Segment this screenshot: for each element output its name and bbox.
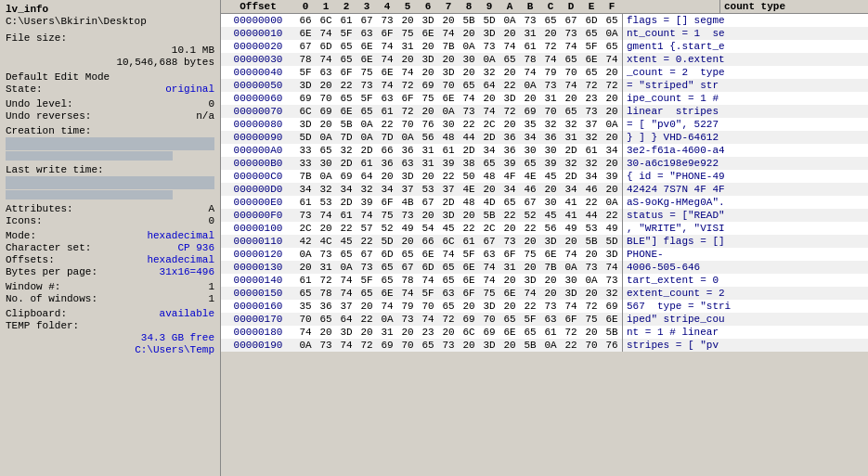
hex-byte[interactable]: 0A (602, 196, 622, 209)
hex-byte[interactable]: 32 (540, 118, 561, 131)
hex-byte[interactable]: 61 (377, 105, 397, 118)
hex-byte[interactable]: 30 (520, 144, 540, 157)
hex-byte[interactable]: 63 (377, 92, 397, 105)
hex-byte[interactable]: 3D (295, 79, 316, 92)
hex-byte[interactable]: 20 (459, 339, 479, 352)
hex-byte[interactable]: 78 (295, 53, 316, 66)
hex-byte[interactable]: 32 (479, 66, 499, 79)
hex-byte[interactable]: 34 (499, 183, 520, 196)
hex-byte[interactable]: 30 (316, 157, 336, 170)
hex-byte[interactable]: 22 (336, 222, 356, 235)
hex-byte[interactable]: 35 (520, 118, 540, 131)
hex-byte[interactable]: 6C (316, 14, 336, 27)
hex-byte[interactable]: 36 (540, 131, 561, 144)
hex-byte[interactable]: 61 (438, 144, 459, 157)
hex-byte[interactable]: 0A (602, 27, 622, 40)
hex-byte[interactable]: 74 (336, 287, 356, 300)
hex-byte[interactable]: 6E (438, 92, 459, 105)
hex-byte[interactable]: 20 (499, 339, 520, 352)
hex-byte[interactable]: 75 (377, 209, 397, 222)
hex-byte[interactable]: 32 (581, 157, 602, 170)
hex-byte[interactable]: 34 (581, 170, 602, 183)
hex-byte[interactable]: 65 (356, 287, 377, 300)
hex-byte[interactable]: 6C (438, 235, 459, 248)
hex-byte[interactable]: 74 (602, 53, 622, 66)
hex-byte[interactable]: 74 (377, 79, 397, 92)
hex-byte[interactable]: 20 (520, 235, 540, 248)
hex-byte[interactable]: 30 (540, 144, 561, 157)
hex-row[interactable]: 000001002C20225752495445222C202256495349… (221, 222, 868, 235)
hex-byte[interactable]: 5B (336, 118, 356, 131)
hex-byte[interactable]: 31 (520, 27, 540, 40)
hex-byte[interactable]: 0A (316, 131, 336, 144)
hex-byte[interactable]: 7B (540, 261, 561, 274)
hex-byte[interactable]: 6E (459, 274, 479, 287)
hex-byte[interactable]: 0A (581, 274, 602, 287)
hex-byte[interactable]: 20 (520, 92, 540, 105)
hex-byte[interactable]: 74 (561, 79, 581, 92)
hex-byte[interactable]: 65 (418, 339, 438, 352)
hex-row[interactable]: 000000307874656E74203D20300A657874656E74… (221, 53, 868, 66)
hex-byte[interactable]: 52 (520, 209, 540, 222)
hex-byte[interactable]: 20 (479, 183, 499, 196)
hex-row[interactable]: 000000A03365322D663631612D343630302D6134… (221, 144, 868, 157)
hex-byte[interactable]: 0A (336, 261, 356, 274)
hex-byte[interactable]: 3D (438, 66, 459, 79)
hex-byte[interactable]: 20 (397, 53, 418, 66)
hex-byte[interactable]: 50 (459, 170, 479, 183)
hex-byte[interactable]: 65 (356, 105, 377, 118)
hex-byte[interactable]: 69 (520, 105, 540, 118)
hex-byte[interactable]: 6F (397, 92, 418, 105)
hex-byte[interactable]: 34 (602, 144, 622, 157)
hex-byte[interactable]: 61 (336, 209, 356, 222)
hex-byte[interactable]: 53 (581, 222, 602, 235)
hex-byte[interactable]: 54 (418, 222, 438, 235)
hex-byte[interactable]: 72 (602, 79, 622, 92)
hex-byte[interactable]: 6C (459, 326, 479, 339)
hex-rows[interactable]: 00000000666C616773203D205B5D0A7365676D65… (221, 14, 868, 476)
hex-byte[interactable]: 65 (602, 14, 622, 27)
hex-byte[interactable]: 5F (459, 248, 479, 261)
hex-byte[interactable]: 45 (540, 209, 561, 222)
hex-byte[interactable]: 6E (499, 287, 520, 300)
hex-byte[interactable]: 75 (520, 248, 540, 261)
hex-byte[interactable]: 20 (499, 222, 520, 235)
hex-byte[interactable]: 2D (356, 144, 377, 157)
hex-byte[interactable]: 20 (499, 118, 520, 131)
hex-byte[interactable]: 41 (561, 196, 581, 209)
hex-byte[interactable]: 69 (336, 170, 356, 183)
hex-byte[interactable]: 65 (520, 157, 540, 170)
hex-byte[interactable]: 61 (356, 157, 377, 170)
hex-byte[interactable]: 79 (397, 300, 418, 313)
hex-byte[interactable]: 0A (499, 14, 520, 27)
hex-byte[interactable]: 48 (479, 170, 499, 183)
hex-byte[interactable]: 45 (540, 170, 561, 183)
hex-byte[interactable]: 34 (479, 144, 499, 157)
hex-byte[interactable]: 69 (418, 79, 438, 92)
hex-byte[interactable]: 73 (316, 339, 336, 352)
hex-byte[interactable]: 22 (356, 235, 377, 248)
hex-byte[interactable]: 36 (499, 131, 520, 144)
hex-byte[interactable]: 69 (602, 300, 622, 313)
hex-byte[interactable]: 69 (377, 339, 397, 352)
hex-byte[interactable]: 2D (459, 144, 479, 157)
hex-byte[interactable]: 4E (520, 170, 540, 183)
hex-byte[interactable]: 73 (581, 261, 602, 274)
hex-byte[interactable]: 5F (356, 92, 377, 105)
hex-row[interactable]: 000000C07B0A6964203D202250484F4E452D3439… (221, 170, 868, 183)
hex-byte[interactable]: 65 (336, 53, 356, 66)
hex-byte[interactable]: 7B (295, 170, 316, 183)
hex-byte[interactable]: 5B (520, 339, 540, 352)
hex-byte[interactable]: 20 (459, 300, 479, 313)
hex-byte[interactable]: 45 (336, 235, 356, 248)
hex-byte[interactable]: 66 (295, 14, 316, 27)
hex-byte[interactable]: 20 (520, 261, 540, 274)
hex-byte[interactable]: 64 (336, 313, 356, 326)
hex-byte[interactable]: 20 (581, 326, 602, 339)
hex-byte[interactable]: 3D (479, 339, 499, 352)
hex-byte[interactable]: 67 (479, 235, 499, 248)
hex-byte[interactable]: 5F (295, 66, 316, 79)
hex-byte[interactable]: 22 (520, 222, 540, 235)
hex-byte[interactable]: 20 (540, 274, 561, 287)
hex-byte[interactable]: 70 (581, 339, 602, 352)
